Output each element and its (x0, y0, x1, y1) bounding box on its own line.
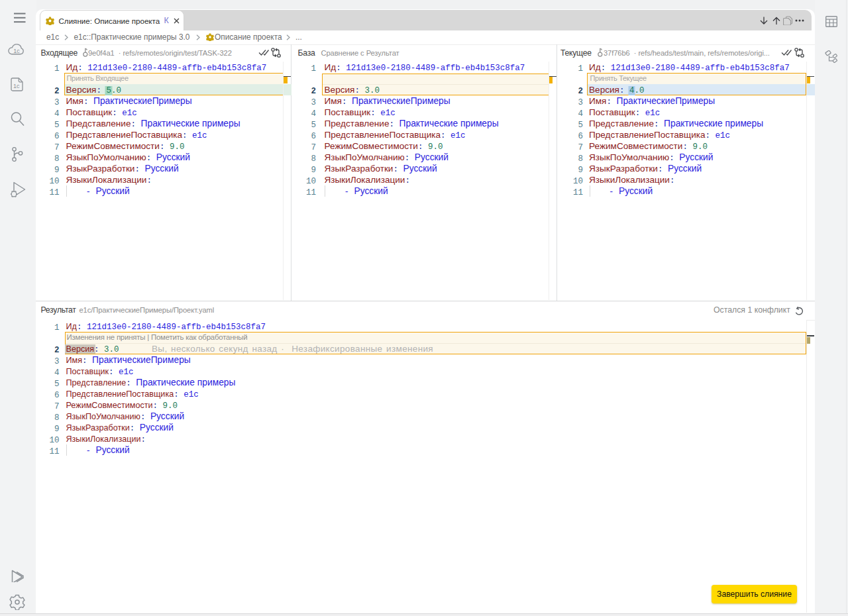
svg-text:1с: 1с (13, 48, 20, 54)
svg-text:1с: 1с (13, 83, 20, 89)
